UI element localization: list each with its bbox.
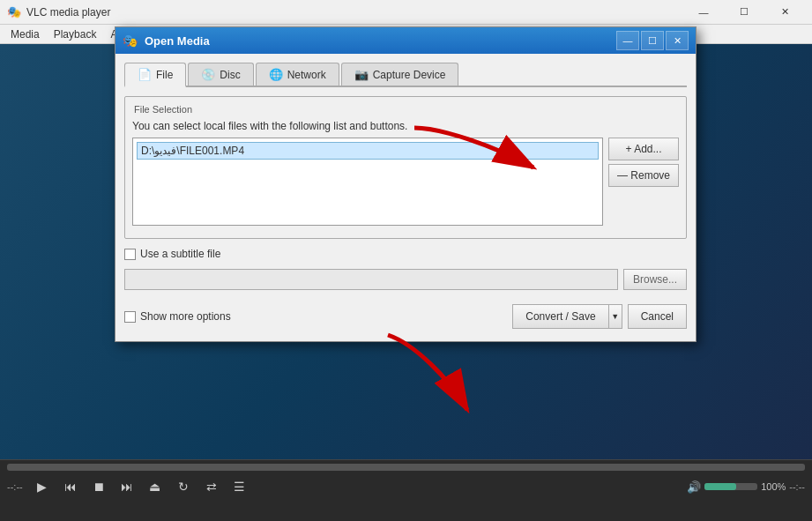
- tab-disc-label: Disc: [220, 69, 240, 81]
- vlc-app-icon: 🎭: [7, 5, 21, 19]
- vlc-loop-button[interactable]: ↻: [171, 474, 196, 499]
- convert-save-button[interactable]: Convert / Save: [512, 304, 607, 329]
- vlc-time-elapsed: --:--: [7, 481, 23, 492]
- file-list-item: D:\فیدیو\FILE001.MP4: [137, 142, 599, 160]
- tab-capture-label: Capture Device: [373, 69, 446, 81]
- dialog-vlc-icon: 🎭: [123, 33, 138, 48]
- tab-network-label: Network: [287, 69, 326, 81]
- vlc-time-total: --:--: [789, 481, 805, 492]
- tab-file-label: File: [156, 69, 173, 81]
- vlc-controls-row: --:-- ▶ ⏮ ⏹ ⏭ ⏏ ↻ ⇄ ☰ 🔊 100% --:--: [7, 474, 805, 499]
- subtitle-checkbox-label[interactable]: Use a subtitle file: [124, 248, 220, 260]
- file-list[interactable]: D:\فیدیو\FILE001.MP4: [132, 138, 603, 226]
- vlc-volume-bar[interactable]: [704, 483, 757, 490]
- vlc-prev-button[interactable]: ⏮: [58, 474, 83, 499]
- file-selection-section: File Selection You can select local file…: [124, 96, 687, 239]
- dialog-minimize-button[interactable]: ―: [616, 31, 639, 50]
- vlc-maximize-button[interactable]: ☐: [724, 0, 764, 25]
- browse-subtitle-button[interactable]: Browse...: [623, 269, 687, 290]
- cancel-button[interactable]: Cancel: [628, 304, 687, 329]
- file-tab-icon: 📄: [138, 68, 152, 81]
- show-more-label[interactable]: Show more options: [124, 310, 231, 323]
- dialog-bottom-row: Show more options Convert / Save ▼ Cance…: [124, 299, 687, 332]
- vlc-next-button[interactable]: ⏭: [115, 474, 139, 499]
- subtitle-label-text: Use a subtitle file: [140, 248, 220, 260]
- show-more-checkbox[interactable]: [124, 311, 136, 323]
- dialog-title: Open Media: [145, 34, 616, 48]
- vlc-window-controls: ― ☐ ✕: [683, 0, 805, 25]
- dialog-content: 📄 File 💿 Disc 🌐 Network 📷 Capture Device: [115, 54, 696, 341]
- show-more-text: Show more options: [140, 310, 231, 323]
- dialog-titlebar: 🎭 Open Media ― ☐ ✕: [115, 27, 696, 54]
- vlc-volume-fill: [704, 483, 736, 490]
- subtitle-input[interactable]: [124, 269, 618, 290]
- dialog-window-controls: ― ☐ ✕: [616, 31, 689, 50]
- tab-file[interactable]: 📄 File: [124, 63, 186, 87]
- file-selection-label: File Selection: [132, 104, 679, 115]
- subtitle-input-row: Browse...: [124, 269, 687, 290]
- vlc-title: VLC media player: [26, 6, 683, 19]
- dialog-maximize-button[interactable]: ☐: [641, 31, 664, 50]
- remove-file-button[interactable]: — Remove: [608, 164, 679, 187]
- dialog-tabs: 📄 File 💿 Disc 🌐 Network 📷 Capture Device: [124, 63, 687, 87]
- vlc-minimize-button[interactable]: ―: [683, 0, 724, 25]
- vlc-controls-bar: --:-- ▶ ⏮ ⏹ ⏭ ⏏ ↻ ⇄ ☰ 🔊 100% --:--: [0, 459, 812, 521]
- network-tab-icon: 🌐: [269, 68, 283, 81]
- vlc-main-window: 🎭 VLC media player ― ☐ ✕ Media Playback …: [0, 0, 812, 521]
- vlc-seek-bar[interactable]: [7, 464, 805, 471]
- file-buttons: + Add... — Remove: [608, 138, 679, 226]
- file-selection-desc: You can select local files with the foll…: [132, 120, 679, 132]
- menu-playback[interactable]: Playback: [47, 26, 104, 42]
- vlc-play-button[interactable]: ▶: [30, 474, 55, 499]
- capture-tab-icon: 📷: [354, 68, 369, 81]
- show-more-row: Show more options: [124, 310, 231, 323]
- vlc-volume-icon: 🔊: [687, 480, 701, 494]
- tab-capture-device[interactable]: 📷 Capture Device: [341, 63, 459, 86]
- vlc-close-button[interactable]: ✕: [764, 0, 805, 25]
- vlc-volume-percent: 100%: [761, 481, 786, 492]
- tab-network[interactable]: 🌐 Network: [256, 63, 339, 86]
- vlc-extended-button[interactable]: ☰: [227, 474, 252, 499]
- tab-disc[interactable]: 💿 Disc: [188, 63, 253, 86]
- dialog-close-button[interactable]: ✕: [666, 31, 689, 50]
- menu-media[interactable]: Media: [4, 26, 47, 42]
- disc-tab-icon: 💿: [201, 68, 215, 81]
- open-media-dialog: 🎭 Open Media ― ☐ ✕ 📄 File 💿 Disc: [115, 26, 697, 342]
- convert-save-group: Convert / Save ▼: [512, 304, 622, 329]
- vlc-volume-area: 🔊 100%: [687, 480, 786, 494]
- subtitle-row: Use a subtitle file: [124, 248, 687, 260]
- vlc-titlebar: 🎭 VLC media player ― ☐ ✕: [0, 0, 812, 25]
- vlc-random-button[interactable]: ⇄: [199, 474, 224, 499]
- vlc-stop-button[interactable]: ⏹: [86, 474, 111, 499]
- convert-save-dropdown[interactable]: ▼: [608, 304, 622, 329]
- file-area: D:\فیدیو\FILE001.MP4 + Add... — Remove: [132, 138, 679, 226]
- subtitle-checkbox[interactable]: [124, 249, 136, 260]
- add-file-button[interactable]: + Add...: [608, 138, 679, 160]
- vlc-frame-button[interactable]: ⏏: [143, 474, 168, 499]
